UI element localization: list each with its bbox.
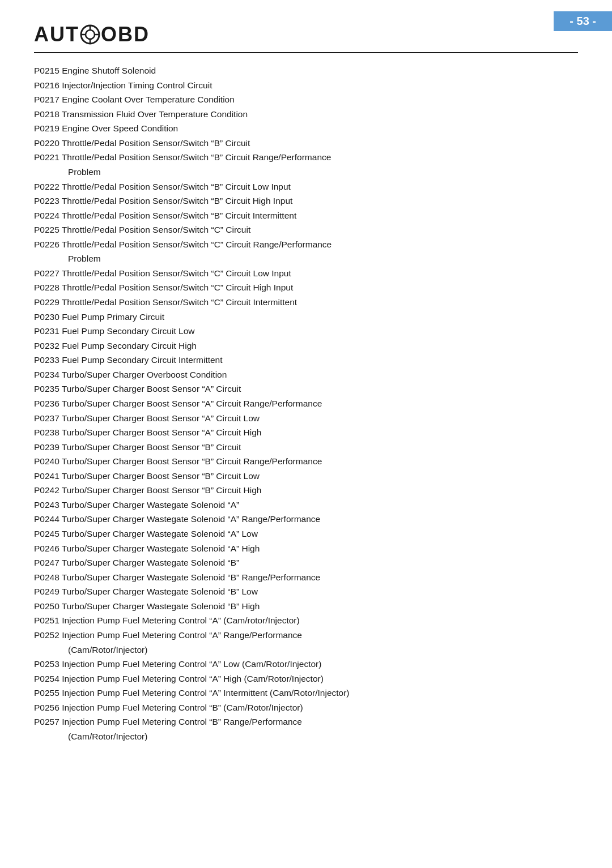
code-entry: P0240 Turbo/Super Charger Boost Sensor “…: [34, 454, 578, 469]
code-entry: P0253 Injection Pump Fuel Metering Contr…: [34, 657, 578, 672]
code-line: P0244 Turbo/Super Charger Wastegate Sole…: [34, 512, 578, 527]
code-line: P0216 Injector/Injection Timing Control …: [34, 78, 578, 93]
code-line: P0232 Fuel Pump Secondary Circuit High: [34, 339, 578, 353]
code-line: P0226 Throttle/Pedal Position Sensor/Swi…: [34, 237, 578, 252]
code-entry: P0217 Engine Coolant Over Temperature Co…: [34, 92, 578, 107]
svg-point-1: [86, 30, 95, 39]
code-line: P0224 Throttle/Pedal Position Sensor/Swi…: [34, 208, 578, 223]
code-line: P0225 Throttle/Pedal Position Sensor/Swi…: [34, 223, 578, 237]
code-entry: P0249 Turbo/Super Charger Wastegate Sole…: [34, 584, 578, 599]
code-entry: P0252 Injection Pump Fuel Metering Contr…: [34, 628, 578, 657]
code-entry: P0248 Turbo/Super Charger Wastegate Sole…: [34, 570, 578, 585]
code-entry: P0250 Turbo/Super Charger Wastegate Sole…: [34, 599, 578, 614]
code-entry: P0242 Turbo/Super Charger Boost Sensor “…: [34, 483, 578, 498]
code-entry: P0257 Injection Pump Fuel Metering Contr…: [34, 715, 578, 743]
code-line: P0227 Throttle/Pedal Position Sensor/Swi…: [34, 266, 578, 281]
code-entry: P0254 Injection Pump Fuel Metering Contr…: [34, 672, 578, 686]
code-entry: P0218 Transmission Fluid Over Temperatur…: [34, 107, 578, 122]
code-entry: P0236 Turbo/Super Charger Boost Sensor “…: [34, 396, 578, 411]
code-entry: P0255 Injection Pump Fuel Metering Contr…: [34, 686, 578, 700]
code-line: P0217 Engine Coolant Over Temperature Co…: [34, 92, 578, 107]
code-entry: P0219 Engine Over Speed Condition: [34, 121, 578, 136]
code-line: P0243 Turbo/Super Charger Wastegate Sole…: [34, 498, 578, 512]
code-line: P0215 Engine Shutoff Solenoid: [34, 63, 578, 78]
code-entry: P0225 Throttle/Pedal Position Sensor/Swi…: [34, 223, 578, 237]
code-list: P0215 Engine Shutoff SolenoidP0216 Injec…: [34, 63, 578, 743]
code-line: P0218 Transmission Fluid Over Temperatur…: [34, 107, 578, 122]
code-line: P0256 Injection Pump Fuel Metering Contr…: [34, 700, 578, 715]
code-line: P0255 Injection Pump Fuel Metering Contr…: [34, 686, 578, 700]
code-line: P0221 Throttle/Pedal Position Sensor/Swi…: [34, 150, 578, 165]
code-continuation: Problem: [34, 251, 578, 266]
code-line: P0238 Turbo/Super Charger Boost Sensor “…: [34, 425, 578, 440]
code-line: P0233 Fuel Pump Secondary Circuit Interm…: [34, 353, 578, 367]
code-entry: P0233 Fuel Pump Secondary Circuit Interm…: [34, 353, 578, 367]
code-entry: P0223 Throttle/Pedal Position Sensor/Swi…: [34, 194, 578, 208]
code-entry: P0232 Fuel Pump Secondary Circuit High: [34, 339, 578, 353]
code-line: P0247 Turbo/Super Charger Wastegate Sole…: [34, 555, 578, 570]
code-entry: P0230 Fuel Pump Primary Circuit: [34, 310, 578, 324]
code-entry: P0224 Throttle/Pedal Position Sensor/Swi…: [34, 208, 578, 223]
code-entry: P0246 Turbo/Super Charger Wastegate Sole…: [34, 541, 578, 556]
code-line: P0235 Turbo/Super Charger Boost Sensor “…: [34, 382, 578, 396]
code-continuation: (Cam/Rotor/Injector): [34, 729, 578, 744]
code-line: P0251 Injection Pump Fuel Metering Contr…: [34, 613, 578, 628]
page-number-box: - 53 -: [554, 11, 612, 31]
code-line: P0229 Throttle/Pedal Position Sensor/Swi…: [34, 295, 578, 310]
logo-post: OBD: [101, 23, 150, 46]
code-entry: P0243 Turbo/Super Charger Wastegate Sole…: [34, 498, 578, 512]
code-entry: P0221 Throttle/Pedal Position Sensor/Swi…: [34, 150, 578, 179]
code-entry: P0222 Throttle/Pedal Position Sensor/Swi…: [34, 179, 578, 194]
code-entry: P0228 Throttle/Pedal Position Sensor/Swi…: [34, 280, 578, 295]
code-entry: P0245 Turbo/Super Charger Wastegate Sole…: [34, 527, 578, 541]
code-line: P0248 Turbo/Super Charger Wastegate Sole…: [34, 570, 578, 585]
logo-area: AUTOBD: [34, 23, 578, 46]
code-line: P0219 Engine Over Speed Condition: [34, 121, 578, 136]
code-line: P0241 Turbo/Super Charger Boost Sensor “…: [34, 469, 578, 484]
code-line: P0237 Turbo/Super Charger Boost Sensor “…: [34, 411, 578, 426]
code-line: P0257 Injection Pump Fuel Metering Contr…: [34, 715, 578, 729]
code-entry: P0220 Throttle/Pedal Position Sensor/Swi…: [34, 136, 578, 151]
code-entry: P0234 Turbo/Super Charger Overboost Cond…: [34, 367, 578, 382]
code-line: P0242 Turbo/Super Charger Boost Sensor “…: [34, 483, 578, 498]
code-line: P0240 Turbo/Super Charger Boost Sensor “…: [34, 454, 578, 469]
code-line: P0223 Throttle/Pedal Position Sensor/Swi…: [34, 194, 578, 208]
code-line: P0236 Turbo/Super Charger Boost Sensor “…: [34, 396, 578, 411]
logo-icon: [80, 24, 100, 45]
code-line: P0231 Fuel Pump Secondary Circuit Low: [34, 324, 578, 339]
code-entry: P0229 Throttle/Pedal Position Sensor/Swi…: [34, 295, 578, 310]
code-entry: P0238 Turbo/Super Charger Boost Sensor “…: [34, 425, 578, 440]
code-entry: P0235 Turbo/Super Charger Boost Sensor “…: [34, 382, 578, 396]
logo: AUTOBD: [34, 23, 150, 46]
code-line: P0252 Injection Pump Fuel Metering Contr…: [34, 628, 578, 643]
code-entry: P0247 Turbo/Super Charger Wastegate Sole…: [34, 555, 578, 570]
code-entry: P0226 Throttle/Pedal Position Sensor/Swi…: [34, 237, 578, 266]
code-entry: P0237 Turbo/Super Charger Boost Sensor “…: [34, 411, 578, 426]
logo-pre: AUT: [34, 23, 79, 46]
page-number: - 53 -: [570, 15, 596, 27]
code-entry: P0256 Injection Pump Fuel Metering Contr…: [34, 700, 578, 715]
code-entry: P0241 Turbo/Super Charger Boost Sensor “…: [34, 469, 578, 484]
code-line: P0246 Turbo/Super Charger Wastegate Sole…: [34, 541, 578, 556]
code-line: P0222 Throttle/Pedal Position Sensor/Swi…: [34, 179, 578, 194]
code-entry: P0231 Fuel Pump Secondary Circuit Low: [34, 324, 578, 339]
code-entry: P0216 Injector/Injection Timing Control …: [34, 78, 578, 93]
code-line: P0228 Throttle/Pedal Position Sensor/Swi…: [34, 280, 578, 295]
code-line: P0230 Fuel Pump Primary Circuit: [34, 310, 578, 324]
code-entry: P0215 Engine Shutoff Solenoid: [34, 63, 578, 78]
code-line: P0245 Turbo/Super Charger Wastegate Sole…: [34, 527, 578, 541]
code-entry: P0244 Turbo/Super Charger Wastegate Sole…: [34, 512, 578, 527]
code-continuation: (Cam/Rotor/Injector): [34, 643, 578, 657]
header-divider: [34, 52, 578, 53]
code-entry: P0239 Turbo/Super Charger Boost Sensor “…: [34, 440, 578, 455]
code-entry: P0251 Injection Pump Fuel Metering Contr…: [34, 613, 578, 628]
code-line: P0234 Turbo/Super Charger Overboost Cond…: [34, 367, 578, 382]
code-line: P0220 Throttle/Pedal Position Sensor/Swi…: [34, 136, 578, 151]
code-continuation: Problem: [34, 165, 578, 179]
code-line: P0253 Injection Pump Fuel Metering Contr…: [34, 657, 578, 672]
code-line: P0249 Turbo/Super Charger Wastegate Sole…: [34, 584, 578, 599]
code-line: P0239 Turbo/Super Charger Boost Sensor “…: [34, 440, 578, 455]
code-line: P0250 Turbo/Super Charger Wastegate Sole…: [34, 599, 578, 614]
code-entry: P0227 Throttle/Pedal Position Sensor/Swi…: [34, 266, 578, 281]
code-line: P0254 Injection Pump Fuel Metering Contr…: [34, 672, 578, 686]
